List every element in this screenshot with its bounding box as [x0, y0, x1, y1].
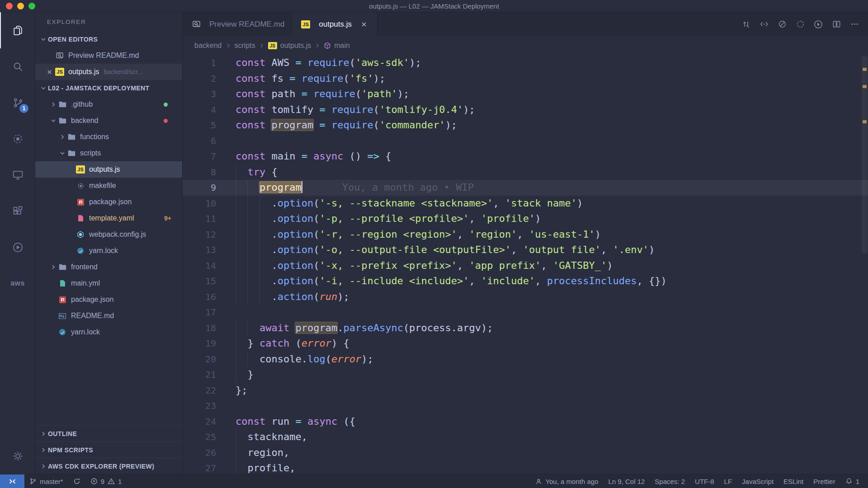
- breadcrumb-symbol-main[interactable]: main: [324, 42, 350, 50]
- line-number[interactable]: 18: [183, 320, 216, 336]
- line-number[interactable]: 24: [183, 414, 216, 430]
- code-line[interactable]: 26region,: [183, 445, 868, 461]
- code-line[interactable]: 14.option('-x, --prefix <prefix>', 'app …: [183, 258, 868, 274]
- chevron-right-icon[interactable]: [39, 462, 48, 471]
- close-window-button[interactable]: [6, 3, 13, 9]
- editor[interactable]: 1const AWS = require('aws-sdk');2const f…: [183, 55, 868, 474]
- line-number[interactable]: 25: [183, 429, 216, 445]
- code-line[interactable]: 17: [183, 305, 868, 320]
- line-number[interactable]: 11: [183, 211, 216, 227]
- line-number[interactable]: 15: [183, 273, 216, 289]
- tree-file-makefile[interactable]: makefile: [35, 178, 182, 194]
- tree-file-webpack-config-js[interactable]: webpack.config.js: [35, 226, 182, 243]
- chevron-right-icon[interactable]: [49, 263, 58, 272]
- line-number[interactable]: 26: [183, 445, 216, 461]
- line-number[interactable]: 3: [183, 86, 216, 102]
- line-number[interactable]: 7: [183, 149, 216, 164]
- line-number[interactable]: 17: [183, 305, 216, 320]
- line-number[interactable]: 27: [183, 460, 216, 474]
- code-line[interactable]: 27profile,: [183, 460, 868, 474]
- toggle-annotations-icon[interactable]: [759, 19, 769, 30]
- chevron-right-icon[interactable]: [49, 100, 58, 109]
- tree-file-package-json[interactable]: package.json: [35, 194, 182, 210]
- code-line[interactable]: 9programYou, a month ago • WIP: [183, 180, 868, 196]
- line-number[interactable]: 6: [183, 133, 216, 149]
- run-activity-icon[interactable]: [0, 229, 35, 265]
- code-line[interactable]: 20console.log(error);: [183, 352, 868, 367]
- overview-ruler[interactable]: [861, 55, 868, 474]
- line-number[interactable]: 2: [183, 71, 216, 87]
- indentation-status[interactable]: Spaces: 2: [650, 474, 690, 488]
- line-number[interactable]: 9: [183, 180, 216, 196]
- sync-changes-button[interactable]: [68, 474, 85, 488]
- source-control-activity-icon[interactable]: 1: [0, 84, 35, 121]
- line-number[interactable]: 14: [183, 258, 216, 274]
- chevron-right-icon[interactable]: [39, 446, 48, 455]
- chevron-down-icon[interactable]: [58, 149, 67, 158]
- tools-gear-activity-icon[interactable]: [0, 121, 35, 157]
- compare-changes-icon[interactable]: [741, 19, 751, 30]
- code-line[interactable]: 13.option('-o, --output-file <outputFile…: [183, 242, 868, 258]
- problems-status[interactable]: 9 1: [85, 474, 127, 488]
- code-line[interactable]: 8try {: [183, 164, 868, 180]
- tab-preview-readme[interactable]: Preview README.md: [183, 12, 292, 36]
- code-line[interactable]: 3const path = require('path');: [183, 86, 868, 102]
- line-number[interactable]: 22: [183, 383, 216, 399]
- tree-file-outputs-js[interactable]: JSoutputs.js: [35, 161, 182, 178]
- tree-file-template-yaml[interactable]: template.yaml9+: [35, 210, 182, 226]
- code-line[interactable]: 19} catch (error) {: [183, 336, 868, 352]
- code-line[interactable]: 6: [183, 133, 868, 149]
- remote-indicator[interactable]: [0, 474, 24, 488]
- breadcrumb-scripts[interactable]: scripts: [235, 42, 255, 50]
- split-editor-icon[interactable]: [831, 19, 842, 30]
- code-line[interactable]: 12.option('-r, --region <region>', 'regi…: [183, 227, 868, 243]
- tree-file-readme-md[interactable]: README.md: [35, 308, 182, 324]
- line-number[interactable]: 19: [183, 336, 216, 352]
- code-line[interactable]: 18await program.parseAsync(process.argv)…: [183, 320, 868, 336]
- tree-folder-backend[interactable]: backend: [35, 113, 182, 129]
- settings-gear-icon[interactable]: [0, 438, 35, 474]
- line-number[interactable]: 13: [183, 242, 216, 258]
- notifications-bell[interactable]: 1: [840, 474, 864, 488]
- chevron-down-icon[interactable]: [49, 116, 58, 125]
- minimize-window-button[interactable]: [17, 3, 24, 9]
- line-number[interactable]: 16: [183, 289, 216, 305]
- tree-folder-frontend[interactable]: frontend: [35, 259, 182, 275]
- line-number[interactable]: 5: [183, 117, 216, 133]
- code-line[interactable]: 25stackname,: [183, 429, 868, 445]
- code-line[interactable]: 11.option('-p, --profile <profile>', 'pr…: [183, 211, 868, 227]
- line-number[interactable]: 12: [183, 227, 216, 243]
- tree-folder--github[interactable]: .github: [35, 96, 182, 113]
- line-number[interactable]: 1: [183, 55, 216, 71]
- code-line[interactable]: 1const AWS = require('aws-sdk');: [183, 55, 868, 71]
- eslint-status[interactable]: ESLint: [778, 474, 808, 488]
- tree-file-yarn-lock[interactable]: yarn.lock: [35, 324, 182, 340]
- prettier-status[interactable]: Prettier: [808, 474, 840, 488]
- tree-file-yarn-lock[interactable]: yarn.lock: [35, 243, 182, 259]
- section-outline[interactable]: OUTLINE: [35, 425, 182, 441]
- open-editor-item[interactable]: Preview README.md: [35, 47, 182, 64]
- remote-explorer-activity-icon[interactable]: [0, 157, 35, 193]
- code-line[interactable]: 5const program = require('commander');: [183, 117, 868, 133]
- run-code-icon[interactable]: [813, 19, 824, 30]
- tree-folder-scripts[interactable]: scripts: [35, 145, 182, 161]
- breadcrumb-file[interactable]: JSoutputs.js: [268, 42, 311, 50]
- tree-file-package-json[interactable]: package.json: [35, 291, 182, 308]
- line-number[interactable]: 8: [183, 164, 216, 180]
- tab-outputs-js[interactable]: JS outputs.js: [292, 12, 377, 36]
- extensions-activity-icon[interactable]: [0, 193, 35, 229]
- aws-toolkit-activity-icon[interactable]: aws: [0, 265, 35, 301]
- explorer-activity-icon[interactable]: [0, 12, 35, 48]
- zoom-window-button[interactable]: [28, 3, 35, 9]
- cursor-position-status[interactable]: Ln 9, Col 12: [603, 474, 650, 488]
- chevron-right-icon[interactable]: [58, 132, 67, 141]
- section-npm-scripts[interactable]: NPM SCRIPTS: [35, 441, 182, 458]
- code-line[interactable]: 4const tomlify = require('tomlify-j0.4')…: [183, 102, 868, 118]
- open-editors-header[interactable]: OPEN EDITORS: [35, 31, 182, 47]
- circle-slash-icon[interactable]: [777, 19, 788, 30]
- code-line[interactable]: 2const fs = require('fs');: [183, 71, 868, 87]
- code-line[interactable]: 22};: [183, 383, 868, 399]
- workspace-header[interactable]: L02 - JAMSTACK DEPLOYMENT: [35, 80, 182, 96]
- code-line[interactable]: 7const main = async () => {: [183, 149, 868, 164]
- circle-outline-icon[interactable]: [795, 19, 806, 30]
